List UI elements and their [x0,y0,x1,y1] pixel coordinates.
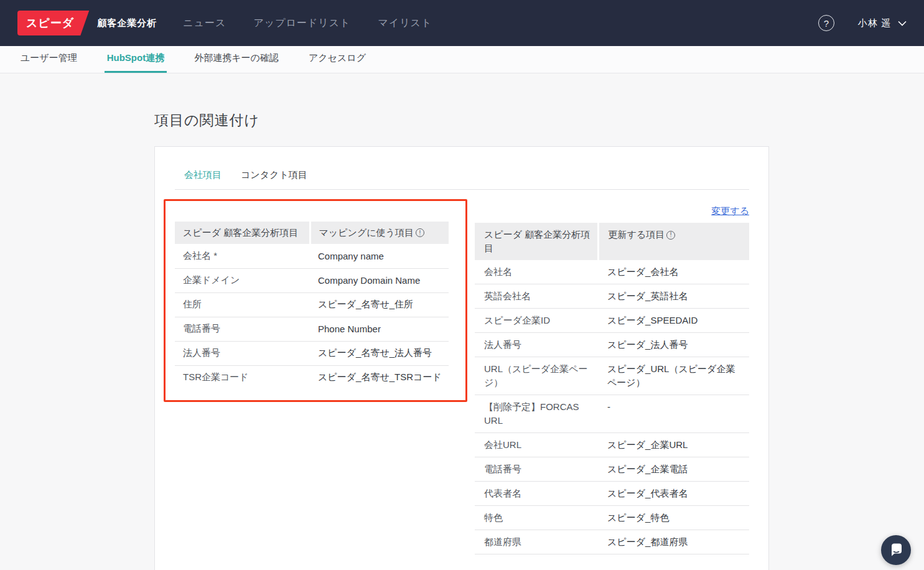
update-col1-header: スピーダ 顧客企業分析項目 [475,223,598,260]
table-row: TSR企業コード スピーダ_名寄せ_TSRコード [175,365,449,390]
update-field-cell: スピーダ_特色 [598,506,749,530]
update-table-section: 変更する スピーダ 顧客企業分析項目 更新する項目! [475,199,749,554]
table-row: 特色 スピーダ_特色 [475,506,749,530]
chat-widget-button[interactable] [881,535,911,565]
field-name-cell: 企業ドメイン [175,268,310,292]
field-name-cell: 法人番号 [475,333,598,357]
field-name-cell: 電話番号 [175,317,310,341]
field-name-cell: 代表者名 [475,482,598,506]
table-row: 法人番号 スピーダ_法人番号 [475,333,749,357]
table-row: 企業ドメイン Company Domain Name [175,268,449,292]
field-name-cell: 特色 [475,506,598,530]
top-nav-item-news[interactable]: ニュース [183,17,226,30]
update-field-cell: スピーダ_都道府県 [598,530,749,554]
field-name-cell: 都道府県 [475,530,598,554]
app-name: 顧客企業分析 [97,17,157,29]
mapped-field-cell: Phone Number [310,317,449,341]
field-name-cell: 【削除予定】FORCAS URL [475,395,598,433]
mapped-field-cell: Company Domain Name [310,268,449,292]
field-name-cell: URL（スピーダ企業ページ） [475,357,598,395]
header-right: ? 小林 遥 [818,15,907,31]
field-name-cell: 電話番号 [475,457,598,482]
table-row: 電話番号 Phone Number [175,317,449,341]
chevron-down-icon [898,17,907,29]
field-name-cell: 会社URL [475,433,598,457]
mapped-field-cell: スピーダ_名寄せ_TSRコード [310,365,449,390]
table-row: 電話番号 スピーダ_企業電話 [475,457,749,482]
field-name-cell: 会社名 [475,260,598,284]
main-content: 項目の関連付け 会社項目 コンタクト項目 スピーダ 顧客企業分析項目 マッピング… [0,111,924,570]
table-row: 英語会社名 スピーダ_英語社名 [475,284,749,309]
table-row: URL（スピーダ企業ページ） スピーダ_URL（スピーダ企業ページ） [475,357,749,395]
red-annotation-frame: スピーダ 顧客企業分析項目 マッピングに使う項目! 会社名 * Company … [164,199,467,402]
page-title: 項目の関連付け [154,111,924,130]
update-field-cell: - [598,395,749,433]
mapped-field-cell: Company name [310,244,449,268]
info-icon[interactable]: ! [666,231,675,240]
table-row: 代表者名 スピーダ_代表者名 [475,482,749,506]
mapped-field-cell: スピーダ_名寄せ_法人番号 [310,341,449,365]
help-icon[interactable]: ? [818,15,834,31]
field-name-cell: TSR企業コード [175,365,310,390]
top-nav-item-upload-list[interactable]: アップロードリスト [253,17,350,30]
speeda-logo: スピーダ [17,11,89,35]
user-name: 小林 遥 [858,17,891,29]
table-row: スピーダ企業ID スピーダ_SPEEDAID [475,309,749,333]
tab-hubspot-integration[interactable]: HubSpot連携 [105,45,167,73]
table-row: 会社名 スピーダ_会社名 [475,260,749,284]
table-row: 会社URL スピーダ_企業URL [475,433,749,457]
tables-row: スピーダ 顧客企業分析項目 マッピングに使う項目! 会社名 * Company … [164,199,768,554]
field-name-cell: 法人番号 [175,341,310,365]
update-field-cell: スピーダ_代表者名 [598,482,749,506]
table-row: 【削除予定】FORCAS URL - [475,395,749,433]
update-field-cell: スピーダ_SPEEDAID [598,309,749,333]
update-field-cell: スピーダ_英語社名 [598,284,749,309]
info-icon[interactable]: ! [416,228,424,237]
user-menu[interactable]: 小林 遥 [858,17,907,29]
app-header: スピーダ 顧客企業分析 ニュース アップロードリスト マイリスト ? 小林 遥 [0,0,924,46]
screen: スピーダ 顧客企業分析 ニュース アップロードリスト マイリスト ? 小林 遥 … [0,0,924,570]
update-field-cell: スピーダ_企業電話 [598,457,749,482]
top-nav-item-my-list[interactable]: マイリスト [378,17,432,30]
top-nav: ニュース アップロードリスト マイリスト [183,17,432,30]
mapping-table: スピーダ 顧客企業分析項目 マッピングに使う項目! 会社名 * Company … [175,222,449,390]
field-name-cell: 住所 [175,292,310,317]
update-table-header-row: スピーダ 顧客企業分析項目 更新する項目! [475,223,749,260]
table-row: 法人番号 スピーダ_名寄せ_法人番号 [175,341,449,365]
mapping-table-header-row: スピーダ 顧客企業分析項目 マッピングに使う項目! [175,222,449,244]
table-row: 都道府県 スピーダ_都道府県 [475,530,749,554]
card-tabs: 会社項目 コンタクト項目 [175,169,749,190]
update-field-cell: スピーダ_法人番号 [598,333,749,357]
tab-company-fields[interactable]: 会社項目 [184,169,222,189]
mapped-field-cell: スピーダ_名寄せ_住所 [310,292,449,317]
table-row: 住所 スピーダ_名寄せ_住所 [175,292,449,317]
update-field-cell: スピーダ_企業URL [598,433,749,457]
mapping-col1-header: スピーダ 顧客企業分析項目 [175,222,310,244]
tab-access-log[interactable]: アクセスログ [306,45,368,73]
update-field-cell: スピーダ_会社名 [598,260,749,284]
chat-bubble-icon [888,541,905,559]
field-mapping-card: 会社項目 コンタクト項目 スピーダ 顧客企業分析項目 マッピングに使う項目! [154,146,769,570]
settings-subnav: ユーザー管理 HubSpot連携 外部連携キーの確認 アクセスログ [0,46,924,73]
update-field-cell: スピーダ_URL（スピーダ企業ページ） [598,357,749,395]
mapping-col2-header: マッピングに使う項目! [310,222,449,244]
field-name-cell: 英語会社名 [475,284,598,309]
change-link[interactable]: 変更する [475,205,749,217]
update-table: スピーダ 顧客企業分析項目 更新する項目! 会社名 スピーダ_会社名 [475,223,749,554]
tab-contact-fields[interactable]: コンタクト項目 [241,169,307,189]
table-row: 会社名 * Company name [175,244,449,268]
update-col2-header: 更新する項目! [598,223,749,260]
field-name-cell: スピーダ企業ID [475,309,598,333]
tab-external-key[interactable]: 外部連携キーの確認 [192,45,281,73]
field-name-cell: 会社名 * [175,244,310,268]
tab-user-management[interactable]: ユーザー管理 [18,45,80,73]
